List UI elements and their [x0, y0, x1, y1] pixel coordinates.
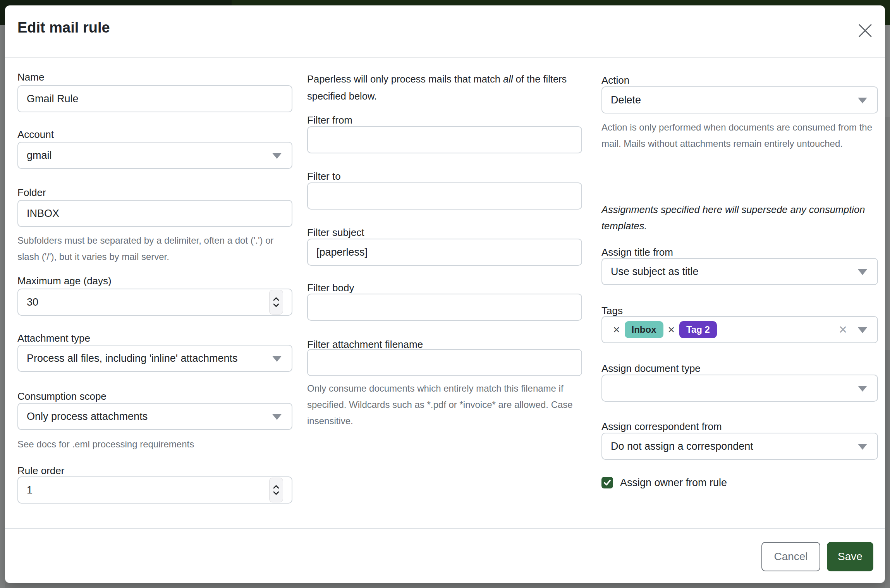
chevron-down-icon	[272, 414, 282, 420]
filter-body-input[interactable]	[307, 294, 582, 321]
maximum-age-label: Maximum age (days)	[17, 275, 112, 287]
account-label: Account	[17, 129, 54, 141]
filter-attachment-filename-input[interactable]	[307, 349, 582, 376]
assign-title-from-value: Use subject as title	[611, 266, 699, 278]
close-icon	[856, 22, 874, 40]
assign-title-from-select[interactable]: Use subject as title	[601, 258, 878, 285]
tags-label: Tags	[601, 305, 623, 317]
chevron-down-icon	[272, 356, 282, 362]
account-value: gmail	[27, 150, 52, 162]
backdrop-right	[885, 25, 890, 117]
assign-correspondent-from-value: Do not assign a correspondent	[611, 440, 753, 452]
backdrop-right	[885, 350, 890, 588]
filter-from-input[interactable]	[307, 126, 582, 153]
action-select[interactable]: Delete	[601, 86, 878, 113]
account-select[interactable]: gmail	[17, 142, 292, 169]
tags-select[interactable]: × Inbox × Tag 2 ×	[601, 316, 878, 343]
rule-order-input[interactable]	[17, 476, 292, 504]
maximum-age-stepper[interactable]	[269, 290, 283, 315]
attachment-type-label: Attachment type	[17, 332, 90, 344]
rule-order-stepper[interactable]	[269, 478, 283, 502]
filter-subject-input[interactable]	[307, 239, 582, 266]
consumption-scope-select[interactable]: Only process attachments	[17, 403, 292, 430]
assign-owner-label: Assign owner from rule	[620, 477, 727, 489]
consumption-scope-hint: See docs for .eml processing requirement…	[17, 436, 293, 452]
folder-hint: Subfolders must be separated by a delimi…	[17, 232, 293, 265]
filter-from-label: Filter from	[307, 114, 352, 126]
close-button[interactable]	[856, 22, 874, 40]
assign-correspondent-from-select[interactable]: Do not assign a correspondent	[601, 433, 878, 460]
consumption-scope-value: Only process attachments	[27, 411, 148, 423]
action-label: Action	[601, 74, 629, 86]
chevron-up-icon	[273, 297, 279, 301]
filter-to-label: Filter to	[307, 170, 341, 182]
attachment-type-select[interactable]: Process all files, including 'inline' at…	[17, 345, 292, 372]
assign-document-type-select[interactable]	[601, 375, 878, 402]
attachment-type-value: Process all files, including 'inline' at…	[27, 352, 238, 364]
tag-chip: Tag 2	[679, 321, 717, 338]
filter-subject-label: Filter subject	[307, 227, 364, 239]
assign-title-from-label: Assign title from	[601, 246, 673, 258]
assignments-note: Assignments specified here will supersed…	[601, 201, 879, 234]
chevron-down-icon[interactable]	[858, 327, 867, 333]
chevron-down-icon	[858, 98, 867, 103]
checkmark-icon	[601, 477, 613, 488]
chevron-down-icon	[858, 444, 867, 450]
header-divider	[5, 57, 885, 58]
name-label: Name	[17, 71, 44, 83]
remove-tag-icon[interactable]: ×	[668, 324, 675, 335]
chevron-down-icon	[273, 303, 279, 307]
backdrop-bottom	[5, 583, 885, 588]
remove-tag-icon[interactable]: ×	[613, 324, 620, 335]
assign-owner-checkbox[interactable]	[601, 477, 613, 488]
action-hint: Action is only performed when documents …	[601, 119, 879, 152]
assign-document-type-label: Assign document type	[601, 363, 701, 375]
dialog-title: Edit mail rule	[17, 19, 110, 36]
chevron-up-icon	[273, 485, 279, 489]
chevron-down-icon	[272, 153, 282, 159]
consumption-scope-label: Consumption scope	[17, 390, 107, 402]
maximum-age-input[interactable]	[17, 289, 292, 316]
maximum-age-field	[17, 289, 292, 316]
filters-intro: Paperless will only process mails that m…	[307, 70, 582, 105]
backdrop-left	[0, 25, 5, 588]
edit-mail-rule-dialog: Edit mail rule Name Account gmail Folder…	[5, 5, 885, 583]
assign-correspondent-from-label: Assign correspondent from	[601, 421, 722, 433]
filter-attachment-filename-hint: Only consume documents which entirely ma…	[307, 380, 583, 429]
filter-body-label: Filter body	[307, 282, 354, 294]
filters-intro-text: Paperless will only process mails that m…	[307, 74, 503, 84]
clear-tags-icon[interactable]: ×	[839, 323, 847, 337]
folder-label: Folder	[17, 187, 46, 199]
chevron-down-icon	[858, 269, 867, 275]
folder-input[interactable]	[17, 200, 292, 227]
save-button[interactable]: Save	[827, 542, 873, 571]
name-input[interactable]	[17, 85, 292, 112]
chevron-down-icon	[858, 386, 867, 392]
footer-divider	[5, 528, 885, 529]
rule-order-field	[17, 476, 292, 504]
rule-order-label: Rule order	[17, 465, 64, 477]
filters-intro-italic: all	[503, 74, 513, 84]
chevron-down-icon	[273, 491, 279, 495]
cancel-button[interactable]: Cancel	[761, 542, 820, 571]
tag-chip: Inbox	[625, 321, 663, 338]
backdrop-right	[885, 117, 890, 350]
action-value: Delete	[611, 94, 641, 106]
filter-to-input[interactable]	[307, 182, 582, 210]
